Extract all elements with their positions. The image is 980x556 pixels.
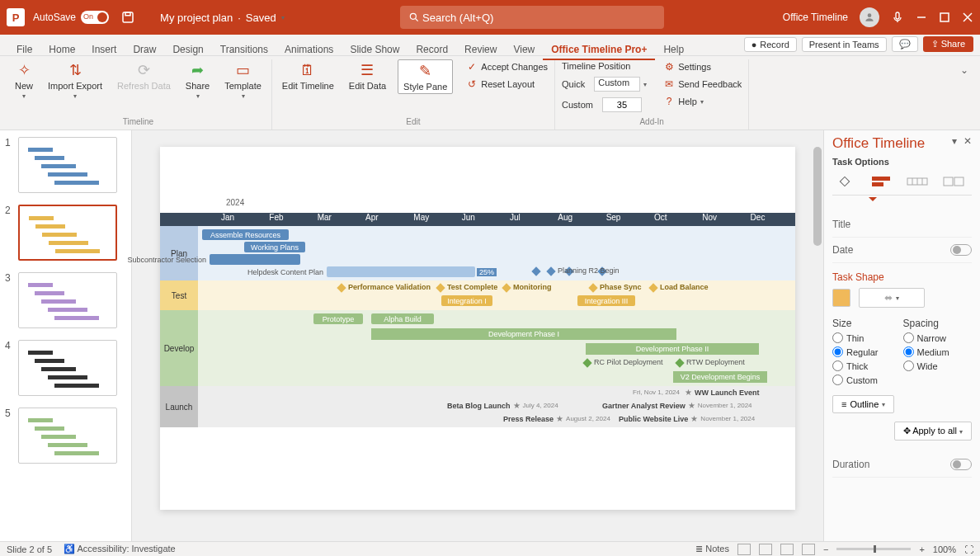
milestone-diamond[interactable] [648,283,657,292]
size-option[interactable]: Thick [832,360,879,371]
edit-data-button[interactable]: ☰Edit Data [346,59,389,92]
outline-button[interactable]: ≡ Outline ▾ [832,395,894,413]
import-export-button[interactable]: ⇅Import Export▾ [45,59,106,101]
autosave-control[interactable]: AutoSave On [33,10,135,25]
title-property-row[interactable]: Title [832,212,972,238]
date-toggle[interactable] [950,244,972,256]
launch-event[interactable]: Press Release ★ August 2, 2024 [503,414,610,423]
phase-arrow[interactable]: Development Phase II [586,343,759,355]
tab-insert[interactable]: Insert [83,40,125,59]
slide-thumbnail[interactable] [18,408,117,464]
shape-progress-option[interactable] [905,173,930,190]
slide-thumbnail[interactable] [18,272,117,328]
launch-event[interactable]: Fri, Nov 1, 2024★ WW Launch Event [685,388,760,397]
zoom-out-button[interactable]: − [823,544,828,554]
slide-thumbnails-panel[interactable]: 12345 [0,130,132,541]
collapse-ribbon-icon[interactable]: ⌄ [960,64,968,76]
slideshow-view-icon[interactable] [802,544,815,555]
launch-event[interactable]: Beta Blog Launch ★ July 4, 2024 [447,401,558,410]
spacing-radio[interactable] [903,332,914,343]
task-bar[interactable]: Alpha Build [371,313,434,324]
duration-toggle[interactable] [950,459,972,470]
task-bar[interactable]: Assemble Resources [202,229,289,240]
milestone-diamond[interactable] [675,358,684,367]
zoom-slider[interactable] [836,548,911,550]
feedback-button[interactable]: ✉Send Feedback [663,77,742,92]
tab-draw[interactable]: Draw [125,40,164,59]
task-color-swatch[interactable] [832,289,850,307]
notes-button[interactable]: ≣ Notes [695,544,729,554]
pane-menu-icon[interactable]: ▾ [952,135,957,147]
mic-icon[interactable] [891,11,904,24]
phase-arrow[interactable]: Development Phase I [371,328,676,340]
task-bar[interactable]: Subcontractor Selection [210,254,300,265]
record-button[interactable]: ● Record [744,37,797,52]
sorter-view-icon[interactable] [759,544,772,555]
launch-event[interactable]: Public Website Live ★ November 1, 2024 [619,414,755,423]
spacing-option[interactable]: Narrow [903,332,949,343]
minimize-icon[interactable] [916,12,927,23]
slide-thumbnail[interactable] [18,205,117,261]
share-timeline-button[interactable]: ➦Share▾ [182,59,213,101]
size-radio[interactable] [832,360,843,371]
vertical-scrollbar[interactable] [813,147,822,246]
account-avatar[interactable] [860,7,879,27]
task-shape-select[interactable]: ⬌ ▾ [859,288,925,308]
template-button[interactable]: ▭Template▾ [221,59,265,101]
milestone-diamond[interactable] [337,283,346,292]
launch-event[interactable]: Gartner Analyst Review ★ November 1, 202… [602,401,752,410]
comments-button[interactable]: 💬 [892,36,918,52]
spacing-option[interactable]: Medium [903,346,949,357]
slide[interactable]: 2024 JanFebMarAprMayJunJulAugSepOctNovDe… [160,147,795,510]
milestone-diamond[interactable] [582,358,591,367]
tab-review[interactable]: Review [456,40,505,59]
slide-thumbnail[interactable] [18,137,117,193]
task-bar[interactable]: Working Plans [244,242,305,252]
milestone-diamond[interactable] [502,283,511,292]
shape-bar-option[interactable] [869,173,893,190]
size-option[interactable]: Thin [832,332,879,343]
size-radio[interactable] [832,375,843,385]
tab-home[interactable]: Home [40,40,83,59]
slide-canvas-area[interactable]: 2024 JanFebMarAprMayJunJulAugSepOctNovDe… [132,130,823,541]
shape-split-option[interactable] [941,173,966,190]
slide-counter[interactable]: Slide 2 of 5 [7,544,52,554]
quick-position-row[interactable]: Quick Custom▾ [562,75,647,93]
milestone-diamond[interactable] [546,266,555,276]
accept-changes-button[interactable]: ✓Accept Changes [466,59,548,74]
tab-slide-show[interactable]: Slide Show [342,40,408,59]
quick-select[interactable]: Custom [594,77,640,92]
tab-file[interactable]: File [8,40,40,59]
autosave-toggle[interactable]: On [81,11,109,24]
task-bar[interactable]: Integration I [441,295,492,306]
date-property-row[interactable]: Date [832,238,972,263]
size-option[interactable]: Regular [832,346,879,357]
reset-layout-button[interactable]: ↺Reset Layout [466,77,535,92]
pane-close-icon[interactable]: ✕ [964,135,972,147]
size-option[interactable]: Custom [832,375,879,385]
refresh-data-button[interactable]: ⟳Refresh Data [114,59,174,92]
size-radio[interactable] [832,346,843,357]
slide-thumbnail[interactable] [18,340,117,396]
style-pane-button[interactable]: ✎Style Pane [398,59,453,94]
settings-button[interactable]: ⚙Settings [663,59,711,74]
help-button[interactable]: ?Help▾ [663,94,704,109]
tab-transitions[interactable]: Transitions [212,40,276,59]
maximize-icon[interactable] [939,12,950,23]
search-input[interactable] [422,12,656,24]
tab-design[interactable]: Design [164,40,211,59]
spacing-radio[interactable] [903,360,914,371]
spacing-radio[interactable] [903,346,914,357]
reading-view-icon[interactable] [780,544,794,555]
tab-view[interactable]: View [505,40,543,59]
zoom-level[interactable]: 100% [933,544,956,554]
tab-office-timeline-pro-[interactable]: Office Timeline Pro+ [543,40,655,60]
task-bar[interactable]: Helpdesk Content Plan25% [327,266,475,277]
present-in-teams-button[interactable]: Present in Teams [802,37,887,52]
custom-input[interactable] [602,97,642,112]
document-title[interactable]: My project plan · Saved ▾ [160,12,285,24]
tab-record[interactable]: Record [408,40,456,59]
task-bar[interactable]: Integration III [577,295,635,306]
milestone-diamond[interactable] [436,283,445,292]
tab-help[interactable]: Help [655,40,692,59]
